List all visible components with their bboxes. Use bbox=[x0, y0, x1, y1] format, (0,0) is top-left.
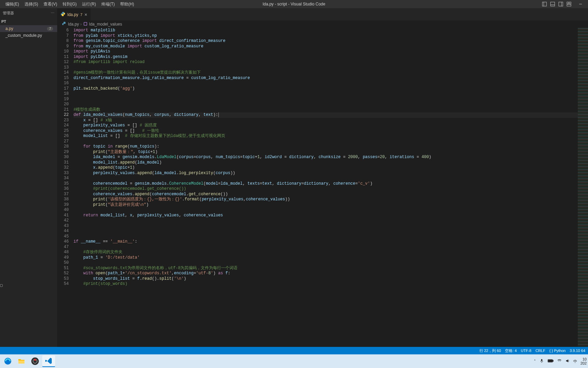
tray-wifi-icon[interactable] bbox=[557, 358, 562, 364]
tray-clock[interactable]: 10202 bbox=[581, 357, 587, 365]
main-layout: 管理器 ⋯ PT a.py 7 _custom_module.py lda.py… bbox=[0, 8, 588, 347]
tray-microphone-icon[interactable] bbox=[539, 358, 544, 364]
obs-icon[interactable] bbox=[29, 355, 42, 367]
status-language[interactable]: { } Python bbox=[549, 349, 566, 353]
layout-controls bbox=[540, 0, 588, 8]
tray-chevron-up-icon[interactable]: ˄ bbox=[534, 359, 536, 364]
tray-volume-icon[interactable] bbox=[565, 358, 570, 364]
window-title: lda.py - script - Visual Studio Code bbox=[263, 2, 325, 6]
menu-run[interactable]: 运行(R) bbox=[79, 0, 99, 9]
toggle-panel-left-icon[interactable] bbox=[540, 0, 549, 8]
breadcrumb-file[interactable]: lda.py bbox=[68, 22, 79, 27]
python-file-icon bbox=[61, 12, 65, 17]
menu-select[interactable]: 选择(S) bbox=[22, 0, 41, 9]
tab-lda-py[interactable]: lda.py 7 × bbox=[57, 8, 91, 20]
status-python-version[interactable]: 3.9.10 64 bbox=[570, 349, 585, 353]
status-spaces[interactable]: 空格: 4 bbox=[505, 348, 517, 353]
status-eol[interactable]: CRLF bbox=[536, 349, 545, 353]
python-file-icon bbox=[62, 21, 67, 27]
customize-layout-icon[interactable] bbox=[565, 0, 573, 8]
file-name: a.py bbox=[5, 26, 13, 31]
vscode-icon[interactable] bbox=[42, 355, 55, 367]
tab-badge: 7 bbox=[80, 13, 82, 17]
breadcrumbs[interactable]: lda.py › lda_model_values bbox=[57, 20, 588, 28]
explorer-section[interactable]: PT bbox=[0, 18, 57, 25]
line-gutter: 6789101112131415161718192021222324252627… bbox=[57, 28, 74, 347]
toggle-panel-bottom-icon[interactable] bbox=[549, 0, 557, 8]
tab-label: lda.py bbox=[67, 12, 78, 17]
svg-rect-19 bbox=[548, 360, 552, 362]
function-icon bbox=[83, 21, 88, 27]
status-cursor[interactable]: 行 22，列 60 bbox=[479, 348, 501, 353]
minimap[interactable] bbox=[578, 28, 588, 347]
svg-rect-8 bbox=[567, 4, 571, 6]
explorer-title: 管理器 bbox=[3, 11, 14, 16]
status-bar: 行 22，列 60 空格: 4 UTF-8 CRLF { } Python 3.… bbox=[0, 347, 588, 354]
problems-badge: 7 bbox=[47, 27, 53, 31]
explorer-sidebar: 管理器 ⋯ PT a.py 7 _custom_module.py bbox=[0, 8, 57, 347]
toggle-panel-right-icon[interactable] bbox=[557, 0, 565, 8]
svg-rect-10 bbox=[84, 22, 87, 25]
svg-rect-7 bbox=[569, 2, 571, 4]
file-lda-py[interactable]: a.py 7 bbox=[0, 25, 57, 32]
menu-view[interactable]: 查看(V) bbox=[41, 0, 60, 9]
code-content[interactable]: import matplotlibfrom pylab import xtick… bbox=[74, 28, 588, 347]
svg-rect-16 bbox=[541, 359, 542, 361]
file-name: _custom_module.py bbox=[5, 33, 42, 38]
titlebar: 编辑(E) 选择(S) 查看(V) 转到(G) 运行(R) 终端(T) 帮助(H… bbox=[0, 0, 588, 8]
menu-terminal[interactable]: 终端(T) bbox=[99, 0, 117, 9]
tray-ime[interactable]: 中 bbox=[573, 359, 577, 364]
menu-help[interactable]: 帮助(H) bbox=[117, 0, 137, 9]
tab-bar: lda.py 7 × bbox=[57, 8, 588, 20]
menu-bar: 编辑(E) 选择(S) 查看(V) 转到(G) 运行(R) 终端(T) 帮助(H… bbox=[0, 0, 137, 9]
editor-area: lda.py 7 × lda.py › lda_model_values 678… bbox=[57, 8, 588, 347]
svg-rect-6 bbox=[567, 2, 569, 4]
svg-point-12 bbox=[6, 359, 10, 363]
edge-icon[interactable] bbox=[1, 355, 14, 367]
status-encoding[interactable]: UTF-8 bbox=[521, 349, 532, 353]
svg-point-15 bbox=[34, 359, 36, 361]
tray-battery-icon[interactable] bbox=[548, 359, 554, 364]
explorer-header: 管理器 ⋯ bbox=[0, 8, 57, 18]
code-editor[interactable]: 6789101112131415161718192021222324252627… bbox=[57, 28, 588, 347]
svg-rect-0 bbox=[542, 2, 546, 6]
file-explorer-icon[interactable] bbox=[15, 355, 28, 367]
menu-go[interactable]: 转到(G) bbox=[60, 0, 79, 9]
windows-taskbar: ˄ 中 10202 bbox=[0, 354, 588, 368]
file-custom-module[interactable]: _custom_module.py bbox=[0, 32, 57, 39]
selection-indicator bbox=[0, 284, 3, 287]
close-tab-icon[interactable]: × bbox=[84, 12, 87, 17]
breadcrumb-symbol[interactable]: lda_model_values bbox=[89, 22, 122, 27]
chevron-right-icon: › bbox=[80, 22, 82, 27]
svg-rect-18 bbox=[553, 360, 553, 362]
menu-edit[interactable]: 编辑(E) bbox=[3, 0, 22, 9]
svg-rect-4 bbox=[559, 2, 563, 6]
more-actions-icon[interactable]: ⋯ bbox=[51, 11, 54, 15]
svg-rect-2 bbox=[551, 2, 555, 6]
minimize-icon[interactable] bbox=[573, 0, 588, 8]
svg-point-13 bbox=[31, 357, 39, 365]
